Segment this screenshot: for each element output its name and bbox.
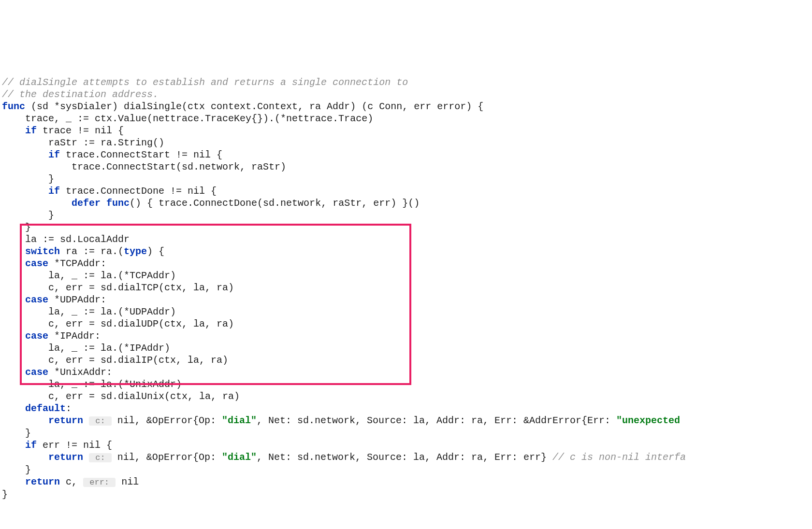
code-editor[interactable]: // dialSingle attempts to establish and … [0, 52, 812, 525]
code-line: c, err = sd.dialUnix(ctx, la, ra) [0, 390, 812, 402]
code-line: func (sd *sysDialer) dialSingle(ctx cont… [0, 100, 812, 113]
code-line: case *TCPAddr: [0, 257, 812, 270]
code-line: } [0, 464, 812, 476]
code-block: // dialSingle attempts to establish and … [0, 76, 812, 500]
code-line: la, _ := la.(*IPAddr) [0, 342, 812, 354]
code-line: defer func() { trace.ConnectDone(sd.netw… [0, 197, 812, 209]
code-line: trace.ConnectStart(sd.network, raStr) [0, 161, 812, 173]
code-line: c, err = sd.dialIP(ctx, la, ra) [0, 354, 812, 366]
code-line: if trace != nil { [0, 125, 812, 137]
code-line: case *UDPAddr: [0, 294, 812, 306]
code-line: c, err = sd.dialUDP(ctx, la, ra) [0, 318, 812, 330]
code-line: // dialSingle attempts to establish and … [0, 76, 812, 88]
code-line: trace, _ := ctx.Value(nettrace.TraceKey{… [0, 113, 812, 125]
code-line: case *IPAddr: [0, 330, 812, 342]
code-line: default: [0, 402, 812, 415]
code-line: return c: nil, &OpError{Op: "dial", Net:… [0, 451, 812, 464]
code-line: raStr := ra.String() [0, 137, 812, 149]
code-line: } [0, 488, 812, 500]
code-line: switch ra := ra.(type) { [0, 245, 812, 257]
code-line: } [0, 427, 812, 439]
code-line: la := sd.LocalAddr [0, 233, 812, 245]
code-line: return c, err: nil [0, 476, 812, 488]
code-line: la, _ := la.(*UnixAddr) [0, 378, 812, 390]
code-line: // the destination address. [0, 88, 812, 100]
code-line: if trace.ConnectStart != nil { [0, 149, 812, 161]
code-line: if err != nil { [0, 439, 812, 451]
code-line: } [0, 221, 812, 233]
code-line: la, _ := la.(*UDPAddr) [0, 306, 812, 318]
code-line: } [0, 209, 812, 221]
code-line: if trace.ConnectDone != nil { [0, 185, 812, 197]
code-line: case *UnixAddr: [0, 366, 812, 378]
code-line: c, err = sd.dialTCP(ctx, la, ra) [0, 282, 812, 294]
code-line: la, _ := la.(*TCPAddr) [0, 270, 812, 282]
code-line: return c: nil, &OpError{Op: "dial", Net:… [0, 415, 812, 427]
code-line: } [0, 173, 812, 185]
